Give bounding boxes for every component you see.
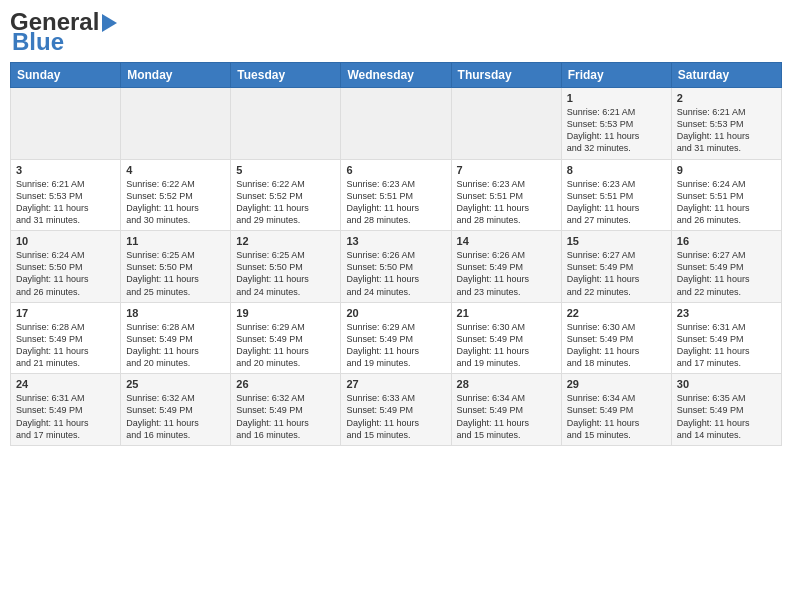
day-number: 16 bbox=[677, 235, 776, 247]
cell-info-line: Sunset: 5:49 PM bbox=[457, 404, 556, 416]
calendar-cell: 28Sunrise: 6:34 AMSunset: 5:49 PMDayligh… bbox=[451, 374, 561, 446]
cell-info-line: Daylight: 11 hours bbox=[346, 417, 445, 429]
calendar-cell: 21Sunrise: 6:30 AMSunset: 5:49 PMDayligh… bbox=[451, 302, 561, 374]
cell-info-line: and 19 minutes. bbox=[346, 357, 445, 369]
calendar-cell: 8Sunrise: 6:23 AMSunset: 5:51 PMDaylight… bbox=[561, 159, 671, 231]
cell-info-line: and 31 minutes. bbox=[16, 214, 115, 226]
calendar-cell: 26Sunrise: 6:32 AMSunset: 5:49 PMDayligh… bbox=[231, 374, 341, 446]
calendar-cell: 19Sunrise: 6:29 AMSunset: 5:49 PMDayligh… bbox=[231, 302, 341, 374]
calendar-cell: 20Sunrise: 6:29 AMSunset: 5:49 PMDayligh… bbox=[341, 302, 451, 374]
calendar-cell: 29Sunrise: 6:34 AMSunset: 5:49 PMDayligh… bbox=[561, 374, 671, 446]
cell-info-line: Sunrise: 6:33 AM bbox=[346, 392, 445, 404]
cell-info-line: Daylight: 11 hours bbox=[16, 345, 115, 357]
weekday-header-tuesday: Tuesday bbox=[231, 63, 341, 88]
cell-info-line: Daylight: 11 hours bbox=[567, 417, 666, 429]
day-number: 2 bbox=[677, 92, 776, 104]
day-number: 6 bbox=[346, 164, 445, 176]
cell-info-line: Daylight: 11 hours bbox=[457, 345, 556, 357]
cell-info-line: and 26 minutes. bbox=[16, 286, 115, 298]
day-number: 14 bbox=[457, 235, 556, 247]
cell-info-line: and 26 minutes. bbox=[677, 214, 776, 226]
cell-info-line: Sunrise: 6:30 AM bbox=[567, 321, 666, 333]
day-number: 5 bbox=[236, 164, 335, 176]
cell-info-line: Sunrise: 6:28 AM bbox=[126, 321, 225, 333]
cell-info-line: Sunset: 5:53 PM bbox=[567, 118, 666, 130]
cell-info-line: Daylight: 11 hours bbox=[677, 130, 776, 142]
calendar-cell bbox=[121, 88, 231, 160]
cell-info-line: Sunset: 5:49 PM bbox=[126, 404, 225, 416]
day-number: 10 bbox=[16, 235, 115, 247]
cell-info-line: and 17 minutes. bbox=[16, 429, 115, 441]
logo-blue-text: Blue bbox=[12, 30, 117, 54]
cell-info-line: and 30 minutes. bbox=[126, 214, 225, 226]
cell-info-line: Sunrise: 6:24 AM bbox=[677, 178, 776, 190]
cell-info-line: Sunset: 5:49 PM bbox=[457, 261, 556, 273]
day-number: 20 bbox=[346, 307, 445, 319]
calendar-cell: 22Sunrise: 6:30 AMSunset: 5:49 PMDayligh… bbox=[561, 302, 671, 374]
cell-info-line: and 18 minutes. bbox=[567, 357, 666, 369]
cell-info-line: Sunrise: 6:24 AM bbox=[16, 249, 115, 261]
day-number: 22 bbox=[567, 307, 666, 319]
calendar-cell bbox=[451, 88, 561, 160]
cell-info-line: Sunset: 5:52 PM bbox=[126, 190, 225, 202]
cell-info-line: Sunset: 5:49 PM bbox=[677, 404, 776, 416]
calendar-cell: 1Sunrise: 6:21 AMSunset: 5:53 PMDaylight… bbox=[561, 88, 671, 160]
cell-info-line: Sunset: 5:49 PM bbox=[126, 333, 225, 345]
cell-info-line: Sunrise: 6:31 AM bbox=[16, 392, 115, 404]
calendar-cell: 14Sunrise: 6:26 AMSunset: 5:49 PMDayligh… bbox=[451, 231, 561, 303]
cell-info-line: Daylight: 11 hours bbox=[457, 417, 556, 429]
cell-info-line: Sunrise: 6:34 AM bbox=[567, 392, 666, 404]
day-number: 28 bbox=[457, 378, 556, 390]
cell-info-line: and 22 minutes. bbox=[677, 286, 776, 298]
cell-info-line: Daylight: 11 hours bbox=[16, 273, 115, 285]
cell-info-line: Sunrise: 6:22 AM bbox=[126, 178, 225, 190]
cell-info-line: and 24 minutes. bbox=[346, 286, 445, 298]
week-row-5: 24Sunrise: 6:31 AMSunset: 5:49 PMDayligh… bbox=[11, 374, 782, 446]
calendar-cell: 4Sunrise: 6:22 AMSunset: 5:52 PMDaylight… bbox=[121, 159, 231, 231]
cell-info-line: Sunrise: 6:22 AM bbox=[236, 178, 335, 190]
week-row-1: 1Sunrise: 6:21 AMSunset: 5:53 PMDaylight… bbox=[11, 88, 782, 160]
cell-info-line: and 28 minutes. bbox=[457, 214, 556, 226]
cell-info-line: Sunrise: 6:26 AM bbox=[457, 249, 556, 261]
cell-info-line: Sunset: 5:49 PM bbox=[677, 333, 776, 345]
calendar-cell: 27Sunrise: 6:33 AMSunset: 5:49 PMDayligh… bbox=[341, 374, 451, 446]
cell-info-line: and 16 minutes. bbox=[126, 429, 225, 441]
calendar-cell: 3Sunrise: 6:21 AMSunset: 5:53 PMDaylight… bbox=[11, 159, 121, 231]
cell-info-line: Sunrise: 6:29 AM bbox=[236, 321, 335, 333]
cell-info-line: and 29 minutes. bbox=[236, 214, 335, 226]
cell-info-line: Sunset: 5:51 PM bbox=[567, 190, 666, 202]
cell-info-line: Daylight: 11 hours bbox=[457, 273, 556, 285]
cell-info-line: Sunset: 5:49 PM bbox=[567, 404, 666, 416]
cell-info-line: Daylight: 11 hours bbox=[457, 202, 556, 214]
cell-info-line: Daylight: 11 hours bbox=[16, 202, 115, 214]
calendar-cell: 15Sunrise: 6:27 AMSunset: 5:49 PMDayligh… bbox=[561, 231, 671, 303]
cell-info-line: Daylight: 11 hours bbox=[126, 202, 225, 214]
calendar-cell: 25Sunrise: 6:32 AMSunset: 5:49 PMDayligh… bbox=[121, 374, 231, 446]
cell-info-line: and 27 minutes. bbox=[567, 214, 666, 226]
cell-info-line: Daylight: 11 hours bbox=[567, 202, 666, 214]
cell-info-line: Sunset: 5:50 PM bbox=[126, 261, 225, 273]
cell-info-line: Sunset: 5:50 PM bbox=[16, 261, 115, 273]
calendar-cell: 12Sunrise: 6:25 AMSunset: 5:50 PMDayligh… bbox=[231, 231, 341, 303]
day-number: 3 bbox=[16, 164, 115, 176]
cell-info-line: Sunset: 5:49 PM bbox=[236, 333, 335, 345]
calendar: SundayMondayTuesdayWednesdayThursdayFrid… bbox=[10, 62, 782, 446]
logo: G eneral Blue bbox=[10, 10, 117, 54]
cell-info-line: Sunrise: 6:35 AM bbox=[677, 392, 776, 404]
cell-info-line: Sunset: 5:49 PM bbox=[567, 261, 666, 273]
day-number: 24 bbox=[16, 378, 115, 390]
weekday-header-thursday: Thursday bbox=[451, 63, 561, 88]
day-number: 13 bbox=[346, 235, 445, 247]
day-number: 27 bbox=[346, 378, 445, 390]
cell-info-line: Sunset: 5:49 PM bbox=[567, 333, 666, 345]
cell-info-line: Sunset: 5:51 PM bbox=[346, 190, 445, 202]
cell-info-line: Daylight: 11 hours bbox=[346, 345, 445, 357]
calendar-cell: 18Sunrise: 6:28 AMSunset: 5:49 PMDayligh… bbox=[121, 302, 231, 374]
week-row-2: 3Sunrise: 6:21 AMSunset: 5:53 PMDaylight… bbox=[11, 159, 782, 231]
calendar-cell bbox=[341, 88, 451, 160]
cell-info-line: and 24 minutes. bbox=[236, 286, 335, 298]
cell-info-line: Sunrise: 6:21 AM bbox=[677, 106, 776, 118]
day-number: 15 bbox=[567, 235, 666, 247]
week-row-4: 17Sunrise: 6:28 AMSunset: 5:49 PMDayligh… bbox=[11, 302, 782, 374]
calendar-cell: 30Sunrise: 6:35 AMSunset: 5:49 PMDayligh… bbox=[671, 374, 781, 446]
